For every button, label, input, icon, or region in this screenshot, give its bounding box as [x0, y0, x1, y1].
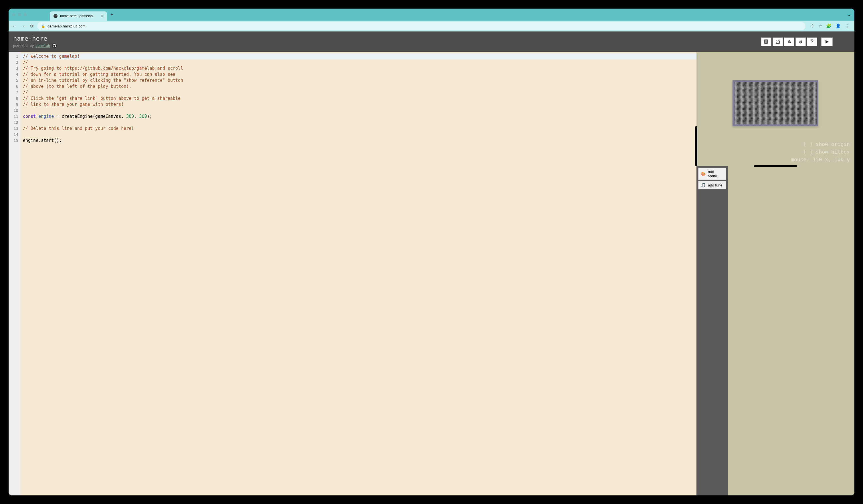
- tabs-dropdown-icon[interactable]: ⌄: [848, 12, 851, 17]
- code-line[interactable]: [23, 108, 697, 114]
- line-number: 15: [9, 138, 18, 143]
- profile-icon[interactable]: 👤: [836, 24, 841, 29]
- svg-point-1: [55, 15, 55, 16]
- svg-point-0: [53, 14, 58, 18]
- open-file-button[interactable]: [761, 37, 772, 46]
- gamelab-link[interactable]: gamelab: [36, 44, 50, 48]
- line-number: 3: [9, 65, 18, 72]
- favicon-icon: [53, 14, 58, 18]
- svg-point-2: [56, 15, 57, 16]
- svg-line-15: [800, 40, 800, 41]
- menu-icon[interactable]: ⋮: [845, 24, 849, 29]
- browser-tab[interactable]: name-here | gamelab ×: [50, 11, 107, 21]
- canvas-area: [ ] show origin [ ] show hitbox mouse: 1…: [697, 52, 854, 166]
- browser-right-icons: ⇧ ☆ 🧩 👤 ⋮: [808, 24, 852, 29]
- code-line[interactable]: engine.start();: [23, 138, 697, 143]
- help-button[interactable]: ?: [807, 37, 817, 46]
- share-icon[interactable]: ⇧: [811, 24, 814, 29]
- line-number: 5: [9, 77, 18, 84]
- show-hitbox-toggle[interactable]: [ ] show hitbox: [791, 148, 850, 155]
- line-number: 10: [9, 108, 18, 114]
- code-line[interactable]: // an in-line tutorial by clicking the "…: [23, 77, 697, 84]
- line-number: 6: [9, 84, 18, 89]
- line-number: 1: [9, 53, 18, 60]
- game-frame: [733, 80, 818, 126]
- horizontal-splitter[interactable]: [754, 165, 797, 167]
- code-line[interactable]: // Click the "get share link" button abo…: [23, 96, 697, 102]
- code-line[interactable]: // Welcome to gamelab!: [20, 53, 697, 60]
- line-number: 9: [9, 102, 18, 108]
- maximize-window-icon[interactable]: [24, 13, 27, 16]
- code-line[interactable]: [23, 119, 697, 126]
- code-line[interactable]: const engine = createEngine(gameCanvas, …: [23, 114, 697, 119]
- vertical-splitter[interactable]: [695, 126, 697, 166]
- reload-button[interactable]: ⟳: [29, 24, 34, 29]
- header-left: name-here powered by gamelab: [13, 35, 57, 48]
- browser-window: name-here | gamelab × + ⌄ ← → ⟳ 🔒 gamela…: [9, 9, 854, 495]
- save-button[interactable]: [773, 37, 783, 46]
- game-canvas[interactable]: [734, 82, 817, 124]
- palette-icon: 🎨: [701, 172, 705, 176]
- bookmark-icon[interactable]: ☆: [818, 24, 822, 29]
- app-body: 123456789101112131415 // Welcome to game…: [9, 52, 854, 495]
- music-note-icon: 🎵: [701, 183, 705, 187]
- right-pane: [ ] show origin [ ] show hitbox mouse: 1…: [697, 52, 854, 495]
- show-origin-toggle[interactable]: [ ] show origin: [791, 140, 850, 148]
- line-number: 13: [9, 126, 18, 131]
- address-bar[interactable]: 🔒 gamelab.hackclub.com: [37, 22, 805, 30]
- line-number: 4: [9, 72, 18, 77]
- line-number: 14: [9, 131, 18, 138]
- code-line[interactable]: // Try going to https://github.com/hackc…: [23, 65, 697, 72]
- code-line[interactable]: // link to share your game with others!: [23, 102, 697, 108]
- add-sprite-label: add sprite: [708, 169, 724, 178]
- lower-area: 🎨 add sprite 🎵 add tune: [697, 166, 854, 495]
- close-window-icon[interactable]: [12, 13, 15, 16]
- titlebar: name-here | gamelab × + ⌄: [9, 9, 854, 21]
- line-number: 2: [9, 60, 18, 65]
- code-line[interactable]: //: [23, 89, 697, 96]
- code-editor[interactable]: 123456789101112131415 // Welcome to game…: [9, 52, 697, 495]
- static-noise: [734, 82, 817, 124]
- tab-title: name-here | gamelab: [60, 14, 93, 18]
- line-number: 7: [9, 89, 18, 96]
- bug-button[interactable]: [796, 37, 806, 46]
- addressbar-row: ← → ⟳ 🔒 gamelab.hackclub.com ⇧ ☆ 🧩 👤 ⋮: [9, 21, 854, 32]
- share-link-button[interactable]: [784, 37, 794, 46]
- forward-button[interactable]: →: [20, 24, 26, 29]
- code-line[interactable]: [23, 131, 697, 138]
- traffic-lights: [12, 13, 27, 16]
- code-line[interactable]: // above (to the left of the play button…: [23, 84, 697, 89]
- line-number: 8: [9, 96, 18, 102]
- svg-rect-8: [777, 42, 779, 43]
- powered-prefix: powered by: [13, 44, 34, 48]
- new-tab-button[interactable]: +: [111, 12, 113, 17]
- powered-by: powered by gamelab: [13, 43, 57, 48]
- code-line[interactable]: // Delete this line and put your code he…: [23, 126, 697, 131]
- toolbar: ?: [761, 37, 833, 46]
- app-header: name-here powered by gamelab ?: [9, 32, 854, 52]
- code-area[interactable]: // Welcome to gamelab!//// Try going to …: [20, 52, 697, 495]
- lock-icon: 🔒: [41, 24, 45, 28]
- add-tune-label: add tune: [708, 183, 723, 187]
- minimize-window-icon[interactable]: [18, 13, 21, 16]
- add-sprite-button[interactable]: 🎨 add sprite: [698, 168, 726, 180]
- app-title: name-here: [13, 35, 57, 42]
- add-tune-button[interactable]: 🎵 add tune: [698, 181, 726, 189]
- url-text: gamelab.hackclub.com: [48, 24, 86, 28]
- github-icon[interactable]: [52, 43, 57, 48]
- back-button[interactable]: ←: [11, 24, 17, 29]
- line-gutter: 123456789101112131415: [9, 52, 20, 495]
- play-button[interactable]: [821, 37, 833, 46]
- line-number: 11: [9, 114, 18, 119]
- mouse-coords: mouse: 150 x, 100 y: [791, 155, 850, 163]
- line-number: 12: [9, 119, 18, 126]
- output-area: [728, 166, 854, 495]
- browser-tabs: name-here | gamelab × +: [50, 9, 113, 21]
- canvas-overlay: [ ] show origin [ ] show hitbox mouse: 1…: [791, 140, 850, 163]
- extensions-icon[interactable]: 🧩: [826, 24, 831, 29]
- code-line[interactable]: // down for a tutorial on getting starte…: [23, 72, 697, 77]
- close-tab-icon[interactable]: ×: [101, 14, 103, 18]
- code-line[interactable]: //: [23, 60, 697, 65]
- asset-sidebar: 🎨 add sprite 🎵 add tune: [697, 166, 728, 495]
- app-content: name-here powered by gamelab ?: [9, 32, 854, 495]
